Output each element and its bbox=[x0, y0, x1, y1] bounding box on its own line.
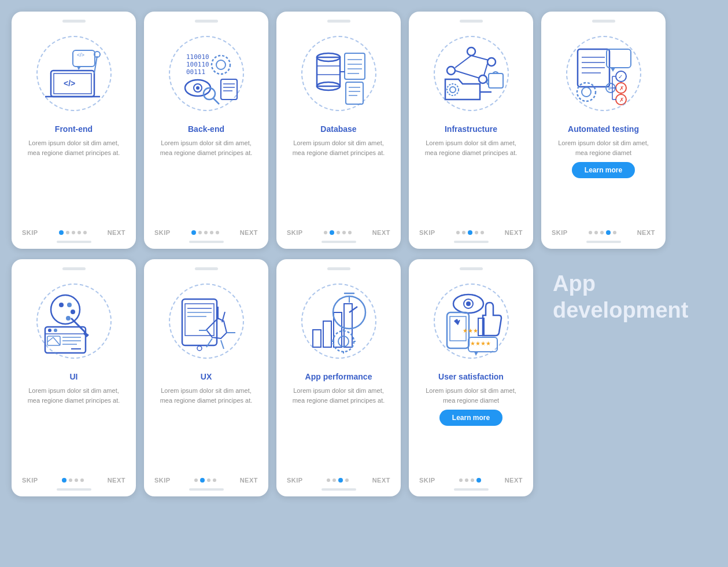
infrastructure-bottom-bar bbox=[454, 241, 489, 243]
ui-body: Lorem ipsum dolor sit dim amet, mea regi… bbox=[20, 386, 128, 405]
dot-3 bbox=[338, 478, 343, 483]
dot-2 bbox=[198, 231, 202, 234]
infrastructure-body: Lorem ipsum dolor sit dim amet, mea regi… bbox=[417, 138, 525, 157]
dot-4 bbox=[476, 478, 481, 483]
ux-footer: SKIP NEXT bbox=[152, 473, 260, 485]
database-title: Database bbox=[320, 124, 356, 134]
card-database: Database Lorem ipsum dolor sit dim amet,… bbox=[276, 12, 401, 249]
ux-body: Lorem ipsum dolor sit dim amet, mea regi… bbox=[152, 386, 260, 405]
dot-2 bbox=[69, 478, 72, 482]
database-dots bbox=[324, 230, 352, 235]
dashed-circle bbox=[566, 36, 641, 111]
dot-1 bbox=[194, 478, 198, 482]
automated-testing-dots bbox=[589, 230, 616, 235]
dashed-circle bbox=[434, 36, 509, 111]
dot-1 bbox=[459, 478, 463, 482]
front-end-icon-area: </> </> bbox=[28, 27, 120, 120]
dashed-circle bbox=[434, 284, 509, 359]
dot-2 bbox=[332, 478, 336, 482]
automated-testing-next[interactable]: NEXT bbox=[637, 229, 655, 236]
ux-skip[interactable]: SKIP bbox=[154, 477, 171, 484]
card-infrastructure: Infrastructure Lorem ipsum dolor sit dim… bbox=[409, 12, 533, 249]
dot-1 bbox=[327, 478, 330, 482]
app-performance-body: Lorem ipsum dolor sit dim amet, mea regi… bbox=[284, 386, 393, 405]
user-satisfaction-skip[interactable]: SKIP bbox=[419, 477, 435, 484]
card-app-performance: App performance Lorem ipsum dolor sit di… bbox=[276, 259, 401, 496]
dot-5 bbox=[348, 231, 352, 234]
dashed-circle bbox=[36, 36, 112, 111]
automated-testing-body: Lorem ipsum dolor sit dim amet, mea regi… bbox=[549, 138, 657, 157]
app-performance-icon-area bbox=[293, 275, 385, 367]
back-end-title: Back-end bbox=[188, 124, 224, 134]
user-satisfaction-learn-more[interactable]: Learn more bbox=[439, 410, 502, 426]
dot-3 bbox=[75, 478, 78, 482]
database-next[interactable]: NEXT bbox=[372, 229, 390, 236]
automated-testing-icon-area: ✓ ✗ ✗ P bbox=[557, 27, 650, 120]
back-end-skip[interactable]: SKIP bbox=[154, 229, 171, 236]
user-satisfaction-bottom-bar bbox=[454, 488, 489, 491]
app-performance-bottom-bar bbox=[321, 488, 356, 491]
dot-4 bbox=[345, 478, 349, 482]
user-satisfaction-dots bbox=[459, 478, 481, 483]
dot-4 bbox=[77, 231, 81, 234]
card-back-end: 110010 100110 00111 bbox=[144, 12, 268, 249]
dot-4 bbox=[210, 231, 213, 234]
ux-dots bbox=[194, 478, 216, 483]
ui-next[interactable]: NEXT bbox=[108, 477, 125, 484]
front-end-title: Front-end bbox=[55, 124, 93, 134]
dashed-circle bbox=[169, 36, 244, 111]
app-performance-dots bbox=[327, 478, 349, 483]
dashed-circle bbox=[301, 36, 376, 111]
automated-testing-title: Automated testing bbox=[568, 124, 639, 134]
dot-1 bbox=[324, 231, 327, 234]
app-development-label: App development bbox=[541, 259, 694, 335]
automated-testing-learn-more[interactable]: Learn more bbox=[572, 162, 635, 178]
database-skip[interactable]: SKIP bbox=[287, 229, 303, 236]
back-end-next[interactable]: NEXT bbox=[240, 229, 258, 236]
dot-3 bbox=[468, 230, 472, 235]
card-automated-testing: ✓ ✗ ✗ P Automated testing Lorem bbox=[541, 12, 666, 249]
front-end-skip[interactable]: SKIP bbox=[22, 229, 38, 236]
ui-title: UI bbox=[70, 372, 78, 381]
front-end-next[interactable]: NEXT bbox=[108, 229, 125, 236]
user-satisfaction-next[interactable]: NEXT bbox=[505, 477, 523, 484]
dot-2 bbox=[465, 478, 468, 482]
user-satisfaction-body: Lorem ipsum dolor sit dim amet, mea regi… bbox=[417, 386, 525, 405]
card-front-end: </> </> Front-end Lorem ipsum dolor sit … bbox=[12, 12, 136, 249]
app-performance-skip[interactable]: SKIP bbox=[287, 477, 303, 484]
ui-skip[interactable]: SKIP bbox=[22, 477, 38, 484]
ui-dots bbox=[62, 478, 84, 483]
front-end-dots bbox=[59, 230, 87, 235]
dot-3 bbox=[337, 231, 340, 234]
infrastructure-footer: SKIP NEXT bbox=[417, 226, 525, 237]
infrastructure-skip[interactable]: SKIP bbox=[419, 229, 435, 236]
automated-testing-footer: SKIP NEXT bbox=[549, 226, 657, 237]
dot-5 bbox=[613, 231, 616, 234]
dot-5 bbox=[83, 231, 87, 234]
dot-5 bbox=[481, 231, 484, 234]
card-ux: UX Lorem ipsum dolor sit dim amet, mea r… bbox=[144, 259, 268, 496]
infrastructure-dots bbox=[456, 230, 484, 235]
ux-icon-area bbox=[160, 275, 253, 367]
row-1: </> </> Front-end Lorem ipsum dolor sit … bbox=[12, 12, 716, 249]
dot-4 bbox=[342, 231, 346, 234]
app-performance-next[interactable]: NEXT bbox=[372, 477, 390, 484]
automated-testing-skip[interactable]: SKIP bbox=[552, 229, 568, 236]
dot-4 bbox=[606, 230, 611, 235]
ux-title: UX bbox=[201, 372, 212, 381]
infrastructure-icon-area bbox=[425, 27, 518, 120]
dot-3 bbox=[207, 478, 210, 482]
ui-bottom-bar bbox=[57, 488, 91, 491]
infrastructure-next[interactable]: NEXT bbox=[505, 229, 523, 236]
card-user-satisfaction: ★★★ ★★★★ User satisfaction Lorem ipsum d… bbox=[409, 259, 533, 496]
database-bottom-bar bbox=[321, 241, 356, 243]
ux-next[interactable]: NEXT bbox=[240, 477, 258, 484]
user-satisfaction-icon-area: ★★★ ★★★★ bbox=[425, 275, 518, 367]
user-satisfaction-footer: SKIP NEXT bbox=[417, 473, 525, 485]
dot-1 bbox=[59, 230, 64, 235]
dot-2 bbox=[462, 231, 465, 234]
dot-3 bbox=[471, 478, 474, 482]
app-dev-title-line1: App bbox=[553, 271, 596, 297]
dot-3 bbox=[600, 231, 604, 234]
main-grid: </> </> Front-end Lorem ipsum dolor sit … bbox=[12, 12, 716, 496]
